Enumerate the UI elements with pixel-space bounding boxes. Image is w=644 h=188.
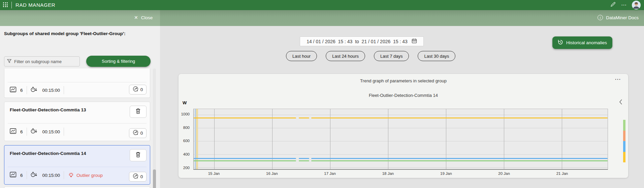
- subgroups-sidebar: Subgroups of shared model group 'Fleet-O…: [0, 26, 160, 188]
- horizontal-gridline: [194, 115, 608, 115]
- subgroup-card[interactable]: 6 00:15:00 0: [4, 69, 150, 98]
- subgroup-card[interactable]: Fleet-Outlier-Detection-Commtia 13 6 00:…: [4, 102, 150, 141]
- x-tick-label: 16 Jan: [266, 171, 278, 176]
- dataminer-docs-link[interactable]: i DataMiner Docs: [598, 15, 639, 20]
- interval-stopwatch-icon: [31, 86, 39, 94]
- next-subgroup-card-edge: [4, 186, 150, 188]
- quick-range-last-hour[interactable]: Last hour: [286, 51, 317, 61]
- subgroup-card-selected[interactable]: Fleet-Outlier-Detection-Commtia 14 6 00:…: [4, 145, 150, 185]
- outlier-group-label: Outlier group: [76, 173, 103, 178]
- y-tick-label: 800: [183, 126, 190, 130]
- y-tick-label: 600: [183, 139, 190, 143]
- legend-collapse-chevron-icon[interactable]: [619, 99, 623, 106]
- app-launcher-icon[interactable]: [3, 2, 8, 8]
- chart-menu-icon[interactable]: ⋯: [615, 76, 621, 83]
- anomaly-count-badge[interactable]: 0: [129, 128, 147, 138]
- delete-subgroup-button[interactable]: [130, 149, 147, 161]
- anomaly-count-badge[interactable]: 0: [129, 172, 147, 182]
- series-legend-color-strip[interactable]: [623, 120, 625, 162]
- interval-value: 00:15:00: [42, 129, 60, 134]
- close-button[interactable]: ✕ Close: [134, 15, 153, 20]
- trend-graph-panel: Trend graph of parameters in selected gr…: [179, 74, 628, 178]
- trend-circle-icon: [133, 130, 138, 137]
- trend-circle-icon: [133, 86, 138, 93]
- edit-pencil-icon[interactable]: [610, 2, 616, 8]
- user-avatar[interactable]: [632, 1, 641, 9]
- x-tick-label: 20 Jan: [498, 171, 510, 176]
- rad-manager-screen: RAD MANAGER ⋯ ✕ Close i DataMiner Docs S…: [0, 0, 644, 188]
- x-tick-label: 18 Jan: [382, 171, 394, 176]
- outlier-group-flag: Outlier group: [68, 171, 103, 179]
- trend-line-segment: [311, 160, 608, 161]
- interval-value: 00:15:00: [42, 173, 60, 178]
- legend-strip-segment: [623, 120, 625, 131]
- sorting-filtering-button[interactable]: Sorting & filtering: [86, 56, 151, 67]
- horizontal-gridline: [194, 167, 608, 168]
- y-axis-tick-labels: 1000800600400200: [179, 109, 192, 170]
- x-tick-label: 19 Jan: [440, 171, 452, 176]
- trend-line-segment: [299, 160, 309, 161]
- trend-line-segment: [299, 117, 309, 118]
- x-tick-label: 17 Jan: [324, 171, 336, 176]
- trend-circle-icon: [133, 173, 138, 180]
- legend-strip-segment: [623, 141, 625, 152]
- horizontal-gridline: [194, 128, 608, 128]
- lightbulb-icon: [68, 171, 74, 179]
- date-range-picker[interactable]: 14 / 01 / 2026 15 : 43 to 21 / 01 / 2026…: [300, 36, 424, 46]
- trend-line-segment: [194, 160, 296, 161]
- top-header-bar: RAD MANAGER ⋯: [0, 0, 644, 10]
- filter-funnel-icon: [7, 58, 11, 64]
- close-label: Close: [141, 15, 153, 20]
- x-tick-label: 15 Jan: [208, 171, 220, 176]
- trend-line-segment: [311, 158, 608, 159]
- quick-range-buttons: Last hour Last 24 hours Last 7 days Last…: [286, 51, 455, 61]
- info-icon: i: [598, 15, 603, 20]
- subgroup-title: Fleet-Outlier-Detection-Commtia 13: [10, 107, 86, 112]
- trash-icon: [135, 152, 141, 159]
- docs-label: DataMiner Docs: [606, 15, 639, 20]
- trend-line-segment: [311, 117, 608, 118]
- quick-range-last-24-hours[interactable]: Last 24 hours: [326, 51, 365, 61]
- subgroup-filter-field[interactable]: [4, 56, 80, 66]
- subgroup-filter-input[interactable]: [14, 59, 71, 64]
- interval-value: 00:15:00: [42, 88, 60, 93]
- parameters-chart-icon: [10, 128, 17, 135]
- interval-stopwatch-icon: [31, 171, 39, 179]
- parameter-count: 6: [20, 88, 23, 93]
- x-tick-label: 21 Jan: [556, 171, 568, 176]
- horizontal-gridline: [194, 141, 608, 141]
- anomaly-count: 0: [140, 174, 143, 179]
- y-tick-label: 200: [183, 166, 190, 170]
- parameter-count: 6: [20, 129, 23, 134]
- legend-strip-segment: [623, 131, 625, 141]
- y-axis-unit-label: W: [183, 100, 187, 105]
- plot-area[interactable]: [193, 109, 608, 170]
- horizontal-gridline: [194, 154, 608, 155]
- historical-anomalies-label: Historical anomalies: [566, 40, 607, 45]
- trash-icon: [135, 108, 141, 115]
- y-tick-label: 400: [183, 152, 190, 156]
- chart-title: Trend graph of parameters in selected gr…: [179, 78, 628, 83]
- delete-subgroup-button[interactable]: [130, 106, 147, 118]
- trend-line-segment: [194, 158, 296, 159]
- sidebar-scrollbar-thumb[interactable]: [153, 169, 156, 188]
- history-clock-icon: [558, 39, 563, 46]
- subbar-right-segment: [160, 10, 644, 26]
- trend-line-segment: [194, 117, 296, 118]
- trend-line-segment: [299, 158, 309, 159]
- quick-range-last-30-days[interactable]: Last 30 days: [418, 51, 455, 61]
- parameters-chart-icon: [10, 172, 17, 179]
- more-options-icon[interactable]: ⋯: [621, 2, 626, 8]
- anomaly-count-badge[interactable]: 0: [129, 85, 147, 95]
- historical-anomalies-button[interactable]: Historical anomalies: [552, 36, 612, 49]
- close-icon: ✕: [134, 15, 138, 20]
- y-tick-label: 1000: [181, 112, 190, 116]
- anomaly-count: 0: [140, 87, 143, 92]
- interval-stopwatch-icon: [31, 128, 39, 135]
- x-axis-tick-labels: 15 Jan16 Jan17 Jan18 Jan19 Jan20 Jan21 J…: [193, 171, 608, 177]
- quick-range-last-7-days[interactable]: Last 7 days: [374, 51, 409, 61]
- sidebar-heading: Subgroups of shared model group 'Fleet-O…: [4, 31, 125, 36]
- parameter-count: 6: [20, 173, 23, 178]
- parameters-chart-icon: [10, 87, 17, 94]
- app-title: RAD MANAGER: [15, 2, 55, 8]
